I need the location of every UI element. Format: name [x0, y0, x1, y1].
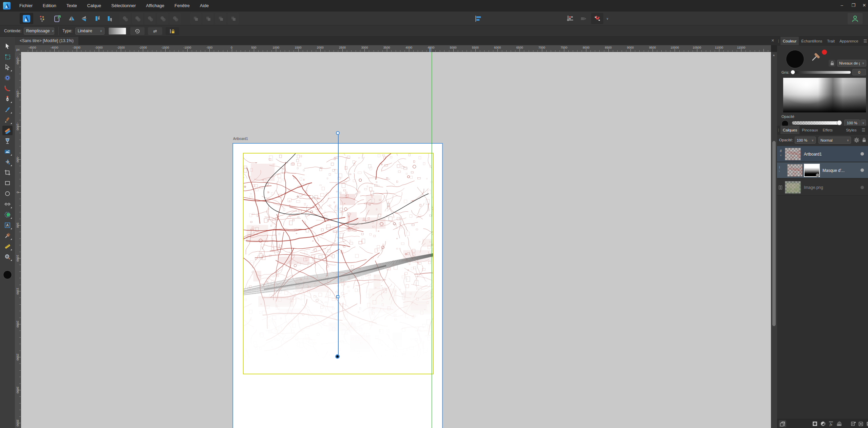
layer-thumbnail[interactable] [785, 148, 801, 160]
crop-tool[interactable] [2, 168, 13, 177]
geometry-subtract-button[interactable] [132, 13, 143, 24]
tab-styles[interactable]: Styles [844, 126, 859, 134]
menu-item-texte[interactable]: Texte [61, 0, 82, 12]
pixel-persona-button[interactable] [37, 13, 48, 24]
layer-row-imagepng[interactable]: Image.png [777, 179, 868, 196]
document-tab[interactable]: <Sans titre> [Modifié] (13.1%) [15, 37, 78, 45]
vector-flood-fill-tool[interactable] [2, 157, 13, 167]
tab-échantillons[interactable]: Échantillons [799, 37, 825, 45]
adjustment-layer-icon[interactable] [819, 420, 827, 427]
fill-color-well[interactable] [3, 270, 12, 279]
close-tab-icon[interactable]: ✕ [771, 38, 774, 43]
layer-thumbnail[interactable] [787, 164, 803, 177]
lock-aspect-button[interactable] [166, 27, 179, 35]
stacked-layers-icon[interactable] [779, 420, 786, 427]
menu-item-calque[interactable]: Calque [82, 0, 106, 12]
rotate-gradient-button[interactable] [130, 27, 145, 35]
menu-item-affichage[interactable]: Affichage [141, 0, 169, 12]
flip-horizontal-button[interactable] [67, 13, 77, 24]
order-up-button[interactable] [92, 13, 103, 24]
color-mode-select[interactable]: Niveaux de g∨ [837, 60, 866, 67]
panel-grip-icon[interactable]: ❘❘ [777, 126, 780, 134]
delete-layer-icon[interactable] [864, 420, 868, 427]
snapping-button[interactable] [591, 13, 603, 24]
layer-row-masqued[interactable]: ⌇›Masque d'... [777, 162, 868, 178]
arrow-shape-tool[interactable] [2, 199, 13, 209]
fill-gradient-tool[interactable] [2, 126, 13, 135]
gray-slider-track[interactable] [791, 71, 851, 74]
zoom-tool[interactable] [2, 252, 13, 262]
vertical-scrollbar[interactable]: ▲ [771, 52, 777, 428]
flip-vertical-button[interactable] [79, 13, 90, 24]
shape-builder-button[interactable] [578, 13, 590, 24]
layer-row-artboard1[interactable]: #˅Artboard1 [777, 146, 868, 162]
menu-item-aide[interactable]: Aide [195, 0, 214, 12]
layer-fx-icon[interactable]: fx [827, 420, 835, 427]
designer-persona-button[interactable] [20, 13, 33, 24]
opacity-slider-track[interactable] [792, 121, 839, 125]
layer-lock-icon[interactable] [862, 137, 867, 143]
order-back-button[interactable] [203, 13, 214, 24]
minimize-button[interactable]: – [837, 1, 847, 10]
menu-item-edition[interactable]: Edition [38, 0, 61, 12]
gradient-2d-picker[interactable] [783, 78, 866, 112]
gradient-midpoint-handle[interactable] [336, 295, 339, 298]
frame-text-tool[interactable]: A [2, 220, 13, 230]
gradient-type-select[interactable]: Linéaire∨ [75, 28, 105, 35]
layer-settings-gear-icon[interactable] [854, 137, 860, 143]
gradient-line[interactable] [338, 133, 339, 357]
canvas-viewport[interactable]: Artboard1 [21, 52, 771, 428]
geometry-add-button[interactable] [119, 13, 131, 24]
scroll-up-icon[interactable]: ▲ [772, 53, 775, 57]
grid-options-button[interactable] [564, 13, 576, 24]
tab-effetsrapides[interactable]: Effets rapides [820, 126, 844, 134]
mask-layer-icon[interactable] [811, 420, 818, 427]
color-lock-button[interactable] [829, 60, 835, 67]
node-tool[interactable] [2, 63, 13, 72]
vector-brush-tool[interactable] [2, 105, 13, 114]
move-tool[interactable] [2, 41, 13, 51]
gray-slider-handle[interactable] [791, 70, 795, 74]
pencil-tool[interactable] [2, 115, 13, 125]
tab-trait[interactable]: Trait [825, 37, 837, 45]
reverse-gradient-button[interactable]: ⇄ [148, 27, 162, 35]
gray-value-field[interactable]: 0 [852, 69, 866, 75]
artboard-label[interactable]: Artboard1 [233, 137, 248, 141]
tab-apparence[interactable]: Apparence [837, 37, 861, 45]
new-pixel-layer-icon[interactable] [857, 420, 865, 427]
order-down-button[interactable] [105, 13, 115, 24]
gradient-preview-swatch[interactable] [109, 28, 126, 35]
color-picker-icon[interactable] [810, 51, 822, 63]
alignment-button[interactable] [472, 13, 485, 24]
close-button[interactable]: ✕ [859, 1, 868, 10]
menu-item-fentre[interactable]: Fenêtre [169, 0, 195, 12]
add-layer-icon[interactable] [849, 420, 857, 427]
panel-menu-icon[interactable]: ☰ [859, 126, 868, 134]
rectangle-tool[interactable] [2, 178, 13, 188]
panel-grip-icon[interactable]: ❘❘ [777, 37, 780, 45]
scrollbar-thumb[interactable] [772, 141, 776, 326]
layer-visibility-dot[interactable] [861, 152, 864, 156]
ellipse-tool[interactable] [2, 189, 13, 198]
layer-visibility-dot[interactable] [861, 168, 864, 172]
blend-mode-select[interactable]: Normal∨ [818, 137, 851, 144]
layer-thumbnail[interactable] [785, 181, 801, 194]
transparency-tool[interactable] [2, 136, 13, 146]
geometry-intersect-button[interactable] [145, 13, 156, 24]
layers-opacity-select[interactable]: 100 %∨ [795, 137, 816, 144]
tab-pinceaux[interactable]: Pinceaux [799, 126, 820, 134]
opacity-value-field[interactable]: 100 % [844, 120, 860, 126]
snapping-options-chevron[interactable]: ∨ [604, 13, 611, 24]
restore-button[interactable]: ❐ [848, 1, 858, 10]
export-persona-button[interactable] [52, 13, 64, 24]
panel-menu-icon[interactable]: ☰ [861, 37, 868, 45]
order-front-button[interactable] [190, 13, 201, 24]
opacity-slider-handle[interactable] [837, 120, 842, 125]
layer-visibility-dot[interactable] [861, 186, 864, 189]
live-filter-icon[interactable] [835, 420, 843, 427]
account-button[interactable] [848, 13, 863, 24]
current-color-wheel[interactable] [786, 50, 804, 68]
geometry-xor-button[interactable] [157, 13, 168, 24]
order-forward-button[interactable] [215, 13, 226, 24]
point-transform-tool[interactable] [2, 73, 13, 83]
